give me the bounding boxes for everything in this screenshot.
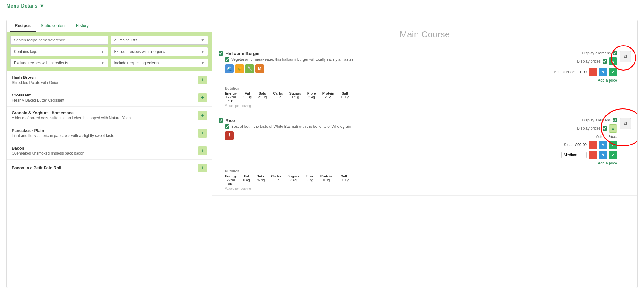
small-label: Small (564, 143, 573, 147)
nut-value: 90.00g (339, 178, 350, 182)
display-allergens-checkbox[interactable] (613, 118, 617, 122)
nutrition-label: Nutrition (225, 169, 631, 173)
nutrition-item: Fat 11.3g (243, 91, 252, 103)
display-allergens-checkbox[interactable] (613, 51, 617, 55)
nut-label: Sats (259, 91, 266, 95)
recipe-name: Croissant (12, 93, 64, 97)
medium-price-row: − ✎ ✓ (561, 151, 617, 159)
confirm-medium-price-button[interactable]: ✓ (609, 151, 617, 159)
nut-value: 1.00g (341, 95, 350, 99)
recipe-name: Pancakes - Plain (12, 128, 114, 133)
nut-value: 171g (291, 95, 299, 99)
search-recipe-input[interactable] (10, 36, 108, 45)
include-ingredients-select[interactable]: Include recipes ingredients ▼ (111, 59, 208, 67)
chevron-down-icon: ▼ (201, 61, 205, 65)
nutrition-per-serving: Values per serving (225, 187, 631, 190)
nut-label: Fibre (307, 91, 316, 95)
add-price-link[interactable]: + Add a price (595, 78, 617, 83)
recipe-info: Granola & Yoghurt - Homemade A blend of … (12, 110, 131, 120)
nut-value: 1.3g (275, 95, 281, 99)
copy-recipe-button[interactable]: ⧉ (620, 51, 631, 62)
recipe-info: Croissant Freshly Baked Butter Croissant (12, 93, 64, 102)
price-value: £1.00 (577, 70, 587, 74)
nut-value: 0.4g (243, 178, 250, 182)
actual-price-label: Actual Price: (554, 70, 575, 74)
search-input[interactable] (14, 38, 105, 42)
tab-history[interactable]: History (71, 20, 94, 32)
move-up-button[interactable]: ▲ (609, 124, 617, 133)
recipe-list-label: All recipe lists (114, 38, 137, 42)
rice-visible-checkbox[interactable] (219, 118, 223, 123)
add-recipe-button[interactable]: + (198, 93, 207, 102)
nut-value: 76.9g (256, 178, 265, 182)
add-recipe-button[interactable]: + (198, 76, 207, 84)
list-item: Croissant Freshly Baked Butter Croissant… (7, 89, 212, 107)
nut-label: Carbs (271, 174, 281, 178)
delete-small-price-button[interactable]: − (589, 141, 597, 149)
contains-tags-label: Contains tags (14, 49, 37, 54)
nut-label: Sats (257, 174, 264, 178)
recipe-list-select[interactable]: All recipe lists ▼ (111, 36, 208, 45)
nut-value: 17kcal (226, 95, 236, 99)
rice-title: Rice (226, 118, 235, 123)
nut-label: Fibre (306, 174, 314, 178)
exclude-ingredients-select[interactable]: Exclude recipes with ingredients ▼ (10, 59, 108, 67)
nutrition-item: Sugars 7.4g (287, 174, 299, 186)
recipe-desc: Freshly Baked Butter Croissant (12, 98, 64, 102)
add-price-link[interactable]: + Add a price (595, 161, 617, 165)
exclude-ingredients-label: Exclude recipes with ingredients (14, 61, 68, 65)
list-item: Bacon in a Petit Pain Roll + (7, 160, 212, 176)
menu-details-arrow-icon: ▼ (40, 3, 45, 9)
edit-price-button[interactable]: ✎ (599, 68, 607, 76)
delete-price-button[interactable]: − (589, 68, 597, 76)
nutrition-item: Salt 1.00g (341, 91, 350, 103)
confirm-price-button[interactable]: ✓ (609, 68, 617, 76)
list-item: Granola & Yoghurt - Homemade A blend of … (7, 107, 212, 124)
display-prices-checkbox[interactable] (603, 59, 607, 64)
halloumi-visible-checkbox[interactable] (219, 51, 223, 56)
recipe-name: Bacon (12, 146, 84, 151)
edit-small-price-button[interactable]: ✎ (599, 141, 607, 149)
nutrition-grid: Energy 2kcal 8kJ Fat 0.4g Sats 76.9g (225, 174, 631, 186)
nutrition-item: Fat 0.4g (243, 174, 250, 186)
small-price-row: Small £90.00 − ✎ ✓ (564, 141, 617, 149)
filter-panel: All recipe lists ▼ Contains tags ▼ Exclu… (7, 32, 212, 71)
rice-subtitle-checkbox[interactable] (225, 124, 229, 129)
nut-value: 21.9g (258, 95, 267, 99)
nut-value: 11.3g (243, 95, 252, 99)
halloumi-subtitle-checkbox[interactable] (225, 57, 229, 62)
nut-label: Salt (341, 174, 347, 178)
confirm-small-price-button[interactable]: ✓ (609, 141, 617, 149)
add-recipe-button[interactable]: + (198, 164, 207, 172)
display-prices-label: Display prices (577, 59, 601, 64)
tab-static-content[interactable]: Static content (36, 20, 71, 32)
contains-tags-select[interactable]: Contains tags ▼ (10, 47, 108, 56)
nut-label: Sugars (289, 91, 301, 95)
display-prices-label: Display prices (577, 126, 601, 131)
exclude-allergens-select[interactable]: Exclude recipes with allergens ▼ (111, 47, 208, 56)
add-recipe-button[interactable]: + (198, 129, 207, 138)
nutrition-item: Sugars 171g (289, 91, 301, 103)
display-prices-checkbox[interactable] (603, 126, 607, 131)
halloumi-title: Halloumi Burger (226, 51, 260, 56)
nut-value: 2kcal (227, 178, 235, 182)
recipe-card-rice: Rice Best of both: the taste of White Ba… (212, 113, 637, 196)
nut-value: 0.0g (323, 178, 330, 182)
nutrition-item: Fibre 2.4g (307, 91, 316, 103)
edit-medium-price-button[interactable]: ✎ (599, 151, 607, 159)
chevron-down-icon: ▼ (101, 49, 105, 54)
add-recipe-button[interactable]: + (198, 146, 207, 155)
delete-medium-price-button[interactable]: − (589, 151, 597, 159)
allergen-icon: 🥄 (245, 64, 254, 73)
menu-details-title[interactable]: Menu Details ▼ (6, 3, 45, 9)
move-up-button[interactable]: ▲ (609, 57, 617, 65)
list-item: Bacon Ovenbaked unsmoked rindless back b… (7, 142, 212, 160)
nutrition-item: Protein 0.0g (320, 174, 332, 186)
chevron-down-icon: ▼ (201, 49, 205, 54)
copy-recipe-button[interactable]: ⧉ (620, 118, 631, 129)
add-recipe-button[interactable]: + (198, 111, 207, 120)
tab-recipes[interactable]: Recipes (10, 20, 36, 32)
medium-price-input[interactable] (561, 152, 587, 158)
section-title: Main Course (212, 20, 637, 46)
nutrition-label: Nutrition (225, 86, 631, 90)
